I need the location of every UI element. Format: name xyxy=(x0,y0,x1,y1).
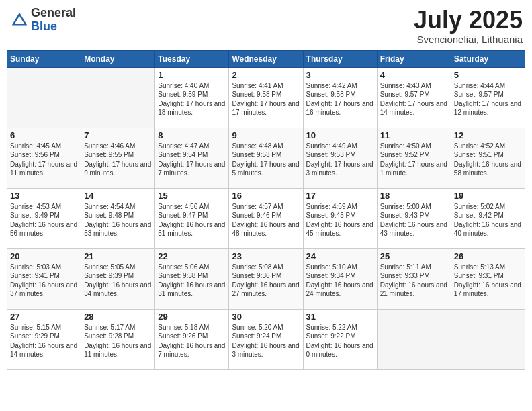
calendar-week-row: 20Sunrise: 5:03 AMSunset: 9:41 PMDayligh… xyxy=(7,248,525,309)
calendar-week-row: 27Sunrise: 5:15 AMSunset: 9:29 PMDayligh… xyxy=(7,309,525,369)
day-number: 30 xyxy=(232,312,300,322)
calendar-cell: 24Sunrise: 5:10 AMSunset: 9:34 PMDayligh… xyxy=(303,248,377,309)
calendar-cell xyxy=(451,309,525,369)
weekday-header: Sunday xyxy=(7,50,81,67)
calendar-cell: 5Sunrise: 4:44 AMSunset: 9:57 PMDaylight… xyxy=(451,67,525,128)
day-info: Sunrise: 5:11 AMSunset: 9:33 PMDaylight:… xyxy=(380,263,448,299)
calendar-cell: 12Sunrise: 4:52 AMSunset: 9:51 PMDayligh… xyxy=(451,128,525,188)
calendar-cell: 8Sunrise: 4:47 AMSunset: 9:54 PMDaylight… xyxy=(155,128,229,188)
weekday-header-row: SundayMondayTuesdayWednesdayThursdayFrid… xyxy=(7,50,525,67)
calendar-cell: 30Sunrise: 5:20 AMSunset: 9:24 PMDayligh… xyxy=(229,309,303,369)
day-info: Sunrise: 4:48 AMSunset: 9:53 PMDaylight:… xyxy=(232,142,300,178)
day-number: 15 xyxy=(158,191,226,201)
day-number: 25 xyxy=(380,251,448,261)
day-number: 16 xyxy=(232,191,300,201)
day-number: 22 xyxy=(158,251,226,261)
day-info: Sunrise: 4:41 AMSunset: 9:58 PMDaylight:… xyxy=(232,81,300,118)
day-info: Sunrise: 4:44 AMSunset: 9:57 PMDaylight:… xyxy=(454,81,522,118)
day-number: 9 xyxy=(232,130,300,140)
day-number: 5 xyxy=(454,70,522,80)
calendar-cell: 16Sunrise: 4:57 AMSunset: 9:46 PMDayligh… xyxy=(229,188,303,248)
day-number: 1 xyxy=(158,70,226,80)
day-info: Sunrise: 5:08 AMSunset: 9:36 PMDaylight:… xyxy=(232,263,300,299)
day-info: Sunrise: 5:17 AMSunset: 9:28 PMDaylight:… xyxy=(84,323,152,359)
calendar-cell: 31Sunrise: 5:22 AMSunset: 9:22 PMDayligh… xyxy=(303,309,377,369)
calendar-cell: 7Sunrise: 4:46 AMSunset: 9:55 PMDaylight… xyxy=(81,128,155,188)
day-number: 23 xyxy=(232,251,300,261)
page-header: General Blue July 2025 Svencioneliai, Li… xyxy=(7,7,525,45)
day-number: 14 xyxy=(84,191,152,201)
calendar-cell: 4Sunrise: 4:43 AMSunset: 9:57 PMDaylight… xyxy=(377,67,451,128)
weekday-header: Friday xyxy=(377,50,451,67)
day-info: Sunrise: 4:46 AMSunset: 9:55 PMDaylight:… xyxy=(84,142,152,178)
day-number: 27 xyxy=(10,312,78,322)
day-info: Sunrise: 5:00 AMSunset: 9:43 PMDaylight:… xyxy=(380,202,448,238)
calendar-cell: 28Sunrise: 5:17 AMSunset: 9:28 PMDayligh… xyxy=(81,309,155,369)
logo-general: General xyxy=(31,7,76,20)
calendar-week-row: 1Sunrise: 4:40 AMSunset: 9:59 PMDaylight… xyxy=(7,67,525,128)
day-number: 21 xyxy=(84,251,152,261)
calendar-cell: 22Sunrise: 5:06 AMSunset: 9:38 PMDayligh… xyxy=(155,248,229,309)
calendar-cell: 27Sunrise: 5:15 AMSunset: 9:29 PMDayligh… xyxy=(7,309,81,369)
day-info: Sunrise: 5:05 AMSunset: 9:39 PMDaylight:… xyxy=(84,263,152,299)
day-number: 12 xyxy=(454,130,522,140)
day-info: Sunrise: 5:02 AMSunset: 9:42 PMDaylight:… xyxy=(454,202,522,238)
day-number: 7 xyxy=(84,130,152,140)
day-info: Sunrise: 5:20 AMSunset: 9:24 PMDaylight:… xyxy=(232,323,300,359)
calendar-cell: 17Sunrise: 4:59 AMSunset: 9:45 PMDayligh… xyxy=(303,188,377,248)
calendar-cell: 23Sunrise: 5:08 AMSunset: 9:36 PMDayligh… xyxy=(229,248,303,309)
day-number: 8 xyxy=(158,130,226,140)
calendar-week-row: 13Sunrise: 4:53 AMSunset: 9:49 PMDayligh… xyxy=(7,188,525,248)
calendar-cell: 29Sunrise: 5:18 AMSunset: 9:26 PMDayligh… xyxy=(155,309,229,369)
day-number: 26 xyxy=(454,251,522,261)
weekday-header: Thursday xyxy=(303,50,377,67)
day-info: Sunrise: 5:13 AMSunset: 9:31 PMDaylight:… xyxy=(454,263,522,299)
title-block: July 2025 Svencioneliai, Lithuania xyxy=(414,7,523,45)
calendar-cell: 25Sunrise: 5:11 AMSunset: 9:33 PMDayligh… xyxy=(377,248,451,309)
calendar-week-row: 6Sunrise: 4:45 AMSunset: 9:56 PMDaylight… xyxy=(7,128,525,188)
calendar-cell: 13Sunrise: 4:53 AMSunset: 9:49 PMDayligh… xyxy=(7,188,81,248)
day-number: 11 xyxy=(380,130,448,140)
day-number: 17 xyxy=(306,191,374,201)
calendar-cell: 9Sunrise: 4:48 AMSunset: 9:53 PMDaylight… xyxy=(229,128,303,188)
calendar-cell: 20Sunrise: 5:03 AMSunset: 9:41 PMDayligh… xyxy=(7,248,81,309)
calendar-cell: 15Sunrise: 4:56 AMSunset: 9:47 PMDayligh… xyxy=(155,188,229,248)
day-info: Sunrise: 5:15 AMSunset: 9:29 PMDaylight:… xyxy=(10,323,78,359)
day-info: Sunrise: 4:50 AMSunset: 9:52 PMDaylight:… xyxy=(380,142,448,178)
calendar-cell: 18Sunrise: 5:00 AMSunset: 9:43 PMDayligh… xyxy=(377,188,451,248)
day-info: Sunrise: 5:10 AMSunset: 9:34 PMDaylight:… xyxy=(306,263,374,299)
weekday-header: Wednesday xyxy=(229,50,303,67)
calendar-cell: 3Sunrise: 4:42 AMSunset: 9:58 PMDaylight… xyxy=(303,67,377,128)
day-info: Sunrise: 4:49 AMSunset: 9:53 PMDaylight:… xyxy=(306,142,374,178)
day-number: 13 xyxy=(10,191,78,201)
logo-text: General Blue xyxy=(31,7,76,34)
calendar-table: SundayMondayTuesdayWednesdayThursdayFrid… xyxy=(7,50,525,370)
month-title: July 2025 xyxy=(414,7,523,34)
day-number: 3 xyxy=(306,70,374,80)
day-info: Sunrise: 4:59 AMSunset: 9:45 PMDaylight:… xyxy=(306,202,374,238)
day-info: Sunrise: 4:42 AMSunset: 9:58 PMDaylight:… xyxy=(306,81,374,118)
day-number: 2 xyxy=(232,70,300,80)
day-info: Sunrise: 5:03 AMSunset: 9:41 PMDaylight:… xyxy=(10,263,78,299)
day-number: 29 xyxy=(158,312,226,322)
day-number: 28 xyxy=(84,312,152,322)
day-info: Sunrise: 4:45 AMSunset: 9:56 PMDaylight:… xyxy=(10,142,78,178)
day-number: 19 xyxy=(454,191,522,201)
day-info: Sunrise: 4:40 AMSunset: 9:59 PMDaylight:… xyxy=(158,81,226,118)
day-info: Sunrise: 5:18 AMSunset: 9:26 PMDaylight:… xyxy=(158,323,226,359)
calendar-cell xyxy=(81,67,155,128)
calendar-cell xyxy=(377,309,451,369)
day-info: Sunrise: 4:52 AMSunset: 9:51 PMDaylight:… xyxy=(454,142,522,178)
day-info: Sunrise: 5:06 AMSunset: 9:38 PMDaylight:… xyxy=(158,263,226,299)
day-info: Sunrise: 4:43 AMSunset: 9:57 PMDaylight:… xyxy=(380,81,448,118)
logo: General Blue xyxy=(9,7,76,34)
calendar-cell: 2Sunrise: 4:41 AMSunset: 9:58 PMDaylight… xyxy=(229,67,303,128)
day-number: 6 xyxy=(10,130,78,140)
day-info: Sunrise: 4:54 AMSunset: 9:48 PMDaylight:… xyxy=(84,202,152,238)
day-info: Sunrise: 4:57 AMSunset: 9:46 PMDaylight:… xyxy=(232,202,300,238)
calendar-cell: 10Sunrise: 4:49 AMSunset: 9:53 PMDayligh… xyxy=(303,128,377,188)
day-number: 4 xyxy=(380,70,448,80)
weekday-header: Saturday xyxy=(451,50,525,67)
day-number: 24 xyxy=(306,251,374,261)
logo-blue: Blue xyxy=(31,20,76,34)
